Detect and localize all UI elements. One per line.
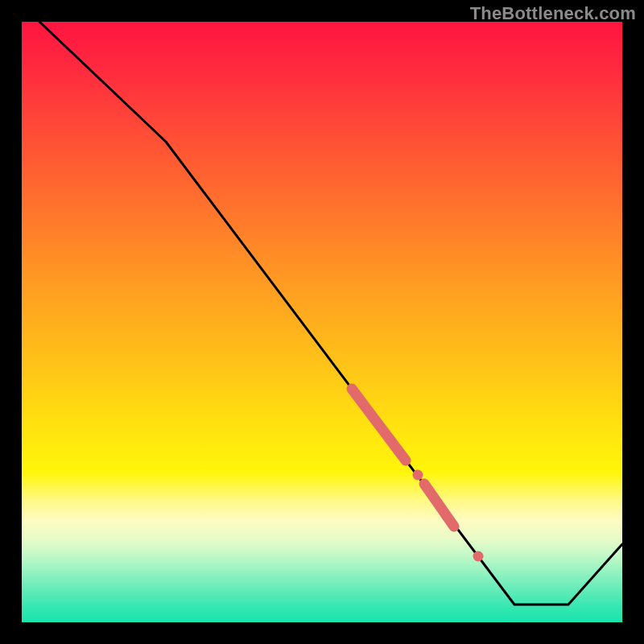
- highlight-dot-1: [413, 470, 423, 481]
- chart-svg: [22, 22, 622, 622]
- main-curve: [39, 22, 622, 605]
- chart-frame: TheBottleneck.com: [0, 0, 644, 644]
- highlight-segment-2: [424, 484, 454, 526]
- plot-area: [22, 22, 622, 622]
- highlight-dot-2: [473, 551, 484, 562]
- watermark-text: TheBottleneck.com: [470, 3, 636, 24]
- highlight-segment-1: [352, 389, 406, 460]
